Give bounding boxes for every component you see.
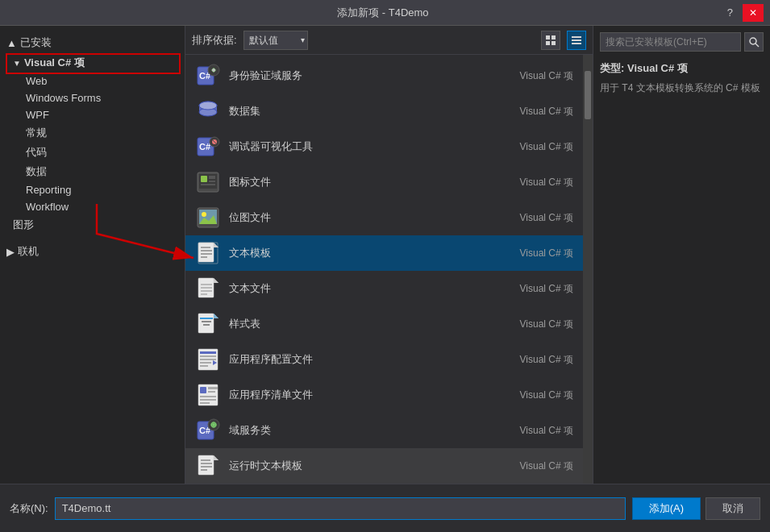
name-label: 名称(N): [10,501,48,516]
bottom-buttons: 添加(A) 取消 [632,497,760,520]
list-item[interactable]: 样式表 Visual C# 项 [185,306,583,342]
title-bar: 添加新项 - T4Demo ? ✕ [0,0,770,26]
search-wrapper [600,32,764,52]
svg-rect-2 [546,41,550,45]
help-button[interactable]: ? [727,6,733,19]
item-name: 图标文件 [229,175,512,189]
type-description: 用于 T4 文本模板转换系统的 C# 模板 [600,81,764,96]
svg-rect-54 [200,359,216,360]
name-input[interactable] [55,497,626,520]
middle-toolbar: 排序依据: 默认值 名称 类型 [185,26,593,55]
online-section[interactable]: ▶ 联机 [0,241,185,262]
list-item[interactable]: 文本文件 Visual C# 项 [185,271,583,306]
list-item[interactable]: 应用程序配置文件 Visual C# 项 [185,342,583,377]
svg-rect-5 [572,39,581,41]
main-layout: ▲ 已安装 ▼ Visual C# 项 Web Windows Forms WP… [0,26,770,484]
list-item[interactable]: C# 域服务类 Visual C# 项 [185,413,583,448]
item-icon-auth: C# [195,63,221,89]
list-item[interactable]: 图标文件 Visual C# 项 [185,164,583,200]
item-icon-dataset [195,98,221,124]
list-item-runtime-template[interactable]: 运行时文本模板 Visual C# 项 [185,448,583,484]
item-icon-text-template [195,240,221,266]
item-name: 域服务类 [229,423,512,438]
list-item[interactable]: 应用程序清单文件 Visual C# 项 [185,377,583,413]
item-type: Visual C# 项 [520,353,573,367]
item-name: 应用程序清单文件 [229,388,512,402]
tree-item-web[interactable]: Web [0,73,185,89]
svg-rect-49 [203,324,210,326]
tree-item-code[interactable]: 代码 [0,143,185,162]
item-icon-bitmap [195,205,221,231]
svg-rect-24 [209,181,215,182]
svg-rect-53 [200,355,216,357]
scrollbar[interactable] [583,55,593,484]
tree-item-reporting[interactable]: Reporting [0,181,185,198]
item-name: 调试器可视化工具 [229,139,512,154]
item-name: 身份验证域服务 [229,69,512,83]
right-panel: 类型: Visual C# 项 用于 T4 文本模板转换系统的 C# 模板 [593,26,770,484]
tree-item-winforms[interactable]: Windows Forms [0,89,185,106]
scroll-thumb[interactable] [585,71,591,119]
list-item[interactable]: 数据集 Visual C# 项 [185,94,583,129]
svg-rect-48 [202,321,211,322]
svg-marker-50 [214,314,219,318]
item-type: Visual C# 项 [520,282,573,296]
item-type: Visual C# 项 [520,211,573,225]
svg-point-84 [750,38,756,44]
svg-rect-60 [208,391,215,393]
item-icon-config [195,347,221,372]
item-icon-debug: C# [195,134,221,160]
sort-select-wrapper: 默认值 名称 类型 [243,31,308,50]
svg-rect-22 [201,176,207,182]
item-type: Visual C# 项 [520,140,573,154]
add-button[interactable]: 添加(A) [632,497,701,520]
item-name: 位图文件 [229,210,512,225]
svg-rect-6 [572,43,581,44]
item-type: Visual C# 项 [520,247,573,260]
svg-point-67 [212,423,215,426]
svg-rect-1 [551,35,556,39]
tree-item-common[interactable]: 常规 [0,123,185,143]
online-label: 联机 [18,244,39,259]
tree-item-graphics[interactable]: 图形 [0,215,185,235]
list-item[interactable]: 位图文件 Visual C# 项 [185,200,583,235]
bottom-bar: 名称(N): 添加(A) 取消 [0,484,770,532]
svg-rect-59 [208,387,218,389]
view-grid-button[interactable] [541,31,560,50]
visual-csharp-item[interactable]: ▼ Visual C# 项 [0,53,185,73]
installed-section[interactable]: ▲ 已安装 [0,32,185,53]
svg-rect-3 [551,41,556,45]
visual-csharp-expand-icon: ▼ [13,59,21,68]
svg-rect-61 [200,396,216,397]
item-icon-stylesheet [195,311,221,337]
item-icon-text-file [195,276,221,301]
sort-select[interactable]: 默认值 名称 类型 [243,31,308,50]
tree-item-workflow[interactable]: Workflow [0,198,185,215]
item-type: Visual C# 项 [520,389,573,402]
svg-marker-44 [214,278,219,283]
items-list: C# 身份验证域服务 Visual C# 项 [185,55,583,484]
cancel-button[interactable]: 取消 [705,497,760,520]
list-item[interactable]: C# 调试器可视化工具 Visual C# 项 [185,129,583,164]
item-type: Visual C# 项 [520,424,573,438]
item-type: Visual C# 项 [520,318,573,331]
svg-rect-52 [200,351,216,354]
item-type: Visual C# 项 [520,176,573,189]
installed-collapse-icon: ▲ [6,37,17,49]
item-icon-domain-service: C# [195,418,221,443]
tree-item-wpf[interactable]: WPF [0,106,185,123]
view-list-button[interactable] [567,31,586,50]
svg-rect-4 [572,36,581,38]
svg-rect-45 [198,314,214,333]
online-expand-icon: ▶ [6,246,15,258]
svg-rect-25 [201,184,215,185]
list-item[interactable]: C# 身份验证域服务 Visual C# 项 [185,58,583,94]
list-item-text-template[interactable]: 文本模板 Visual C# 项 [185,235,583,271]
search-input[interactable] [600,32,741,52]
item-icon-manifest [195,382,221,408]
item-name: 运行时文本模板 [229,459,512,473]
close-button[interactable]: ✕ [743,4,764,22]
tree-item-data[interactable]: 数据 [0,162,185,181]
item-name: 应用程序配置文件 [229,352,512,367]
search-button[interactable] [744,32,764,52]
